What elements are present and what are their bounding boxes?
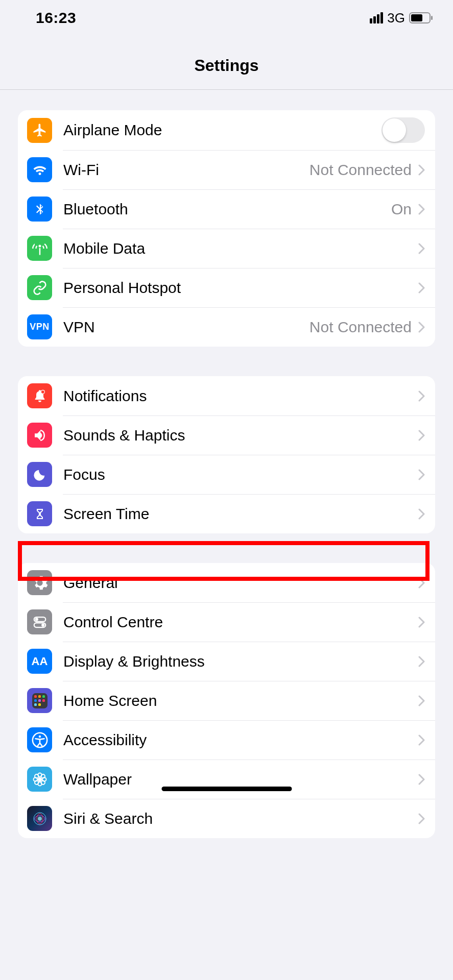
chevron-right-icon: [418, 164, 425, 176]
status-time: 16:23: [36, 9, 76, 27]
airplane-icon: [27, 118, 52, 143]
svg-rect-16: [38, 703, 41, 706]
row-label: Wallpaper: [63, 771, 418, 788]
chevron-right-icon: [418, 655, 425, 668]
row-label: Mobile Data: [63, 240, 418, 257]
flower-icon: [27, 767, 52, 792]
row-label: Sounds & Haptics: [63, 427, 418, 444]
svg-rect-1: [411, 14, 422, 21]
chevron-right-icon: [418, 577, 425, 589]
settings-group: Airplane ModeWi-FiNot ConnectedBluetooth…: [18, 110, 435, 347]
chevron-right-icon: [418, 469, 425, 481]
row-label: Personal Hotspot: [63, 279, 418, 297]
svg-point-5: [35, 618, 38, 621]
vpn-icon: VPN: [27, 314, 52, 339]
row-value: Not Connected: [309, 318, 412, 336]
row-label: Screen Time: [63, 505, 418, 523]
settings-row-display-brightness[interactable]: AADisplay & Brightness: [18, 642, 435, 681]
settings-row-sounds-haptics[interactable]: Sounds & Haptics: [18, 415, 435, 455]
hourglass-icon: [27, 501, 52, 526]
moon-icon: [27, 462, 52, 487]
chevron-right-icon: [418, 390, 425, 402]
settings-row-accessibility[interactable]: Accessibility: [18, 720, 435, 760]
row-label: Accessibility: [63, 731, 418, 749]
bell-icon: [27, 383, 52, 408]
row-label: General: [63, 574, 418, 592]
switches-icon: [27, 609, 52, 634]
row-value: Not Connected: [309, 161, 412, 179]
row-label: VPN: [63, 318, 309, 336]
row-label: Wi-Fi: [63, 161, 309, 179]
row-label: Siri & Search: [63, 810, 418, 827]
svg-rect-2: [431, 16, 433, 20]
accessibility-icon: [27, 727, 52, 752]
chevron-right-icon: [418, 321, 425, 333]
svg-rect-11: [42, 695, 45, 698]
home-indicator: [161, 787, 292, 791]
svg-rect-10: [38, 695, 41, 698]
chevron-right-icon: [418, 813, 425, 825]
row-label: Notifications: [63, 387, 418, 405]
settings-row-wifi[interactable]: Wi-FiNot Connected: [18, 150, 435, 189]
settings-row-control-centre[interactable]: Control Centre: [18, 602, 435, 642]
siri-icon: [27, 806, 52, 831]
chevron-right-icon: [418, 773, 425, 786]
svg-point-18: [38, 735, 41, 738]
chevron-right-icon: [418, 734, 425, 746]
svg-rect-15: [34, 703, 37, 706]
aa-icon: AA: [27, 649, 52, 674]
bluetooth-icon: [27, 197, 52, 222]
settings-group: GeneralControl CentreAADisplay & Brightn…: [18, 563, 435, 838]
network-label: 3G: [387, 10, 405, 26]
svg-rect-13: [38, 699, 41, 702]
settings-row-home-screen[interactable]: Home Screen: [18, 681, 435, 720]
settings-content: Airplane ModeWi-FiNot ConnectedBluetooth…: [0, 90, 453, 838]
settings-row-bluetooth[interactable]: BluetoothOn: [18, 189, 435, 229]
svg-point-3: [41, 390, 44, 394]
chevron-right-icon: [418, 242, 425, 255]
toggle-airplane-mode[interactable]: [382, 117, 425, 143]
chevron-right-icon: [418, 429, 425, 442]
status-bar: 16:23 3G: [0, 0, 453, 36]
antenna-icon: [27, 236, 52, 261]
svg-rect-12: [34, 699, 37, 702]
row-label: Airplane Mode: [63, 121, 382, 139]
gear-icon: [27, 570, 52, 595]
grid-icon: [27, 688, 52, 713]
svg-rect-9: [34, 695, 37, 698]
chevron-right-icon: [418, 616, 425, 628]
row-label: Focus: [63, 466, 418, 483]
battery-icon: [409, 12, 433, 23]
chevron-right-icon: [418, 203, 425, 215]
page-title: Settings: [0, 36, 453, 90]
settings-row-mobile-data[interactable]: Mobile Data: [18, 229, 435, 268]
row-label: Bluetooth: [63, 201, 391, 218]
svg-point-7: [41, 623, 44, 626]
chevron-right-icon: [418, 508, 425, 520]
settings-row-wallpaper[interactable]: Wallpaper: [18, 760, 435, 799]
row-value: On: [391, 201, 412, 218]
row-label: Display & Brightness: [63, 653, 418, 670]
settings-row-notifications[interactable]: Notifications: [18, 376, 435, 415]
settings-row-airplane-mode[interactable]: Airplane Mode: [18, 110, 435, 150]
chevron-right-icon: [418, 282, 425, 294]
speaker-icon: [27, 423, 52, 448]
chevron-right-icon: [418, 695, 425, 707]
row-label: Control Centre: [63, 614, 418, 631]
settings-row-siri-search[interactable]: Siri & Search: [18, 799, 435, 838]
link-icon: [27, 275, 52, 300]
wifi-icon: [27, 157, 52, 182]
settings-group: NotificationsSounds & HapticsFocusScreen…: [18, 376, 435, 533]
settings-row-general[interactable]: General: [18, 563, 435, 602]
row-label: Home Screen: [63, 692, 418, 709]
status-indicators: 3G: [370, 10, 433, 26]
settings-row-screen-time[interactable]: Screen Time: [18, 494, 435, 533]
signal-icon: [370, 12, 383, 23]
svg-point-19: [38, 777, 41, 780]
settings-row-vpn[interactable]: VPNVPNNot Connected: [18, 307, 435, 347]
settings-row-personal-hotspot[interactable]: Personal Hotspot: [18, 268, 435, 307]
svg-point-32: [38, 817, 42, 821]
settings-row-focus[interactable]: Focus: [18, 455, 435, 494]
svg-rect-14: [42, 699, 45, 702]
